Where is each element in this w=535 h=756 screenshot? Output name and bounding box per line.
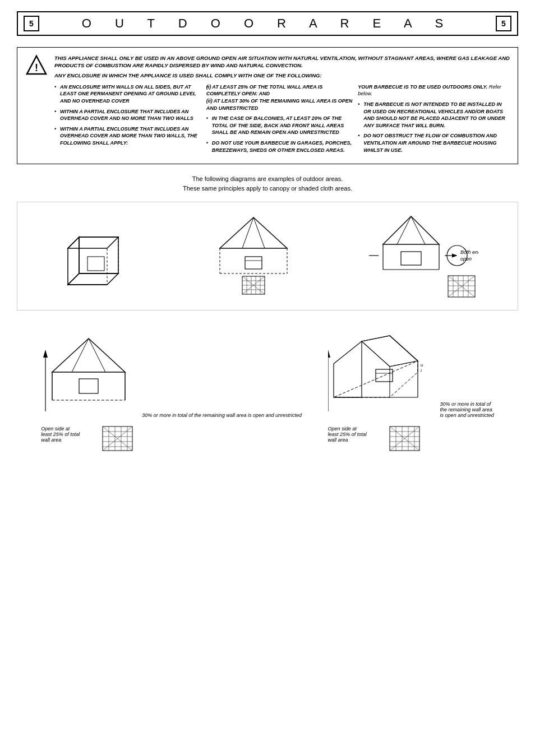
- svg-line-73: [362, 336, 390, 341]
- bullet-col2-item3: DO NOT USE YOUR BARBECUE IN GARAGES, POR…: [206, 140, 354, 154]
- compliance-text: ANY ENCLOSURE IN WHICH THE APPLIANCE IS …: [54, 72, 510, 79]
- svg-line-51: [72, 338, 89, 372]
- bullet-col1-item2: WITHIN A PARTIAL ENCLOSURE THAT INCLUDES…: [54, 108, 202, 122]
- page-number-left: 5: [24, 16, 39, 31]
- svg-text:Both ends: Both ends: [460, 249, 478, 255]
- diagram-intro-line1: The following diagrams are examples of o…: [192, 175, 343, 182]
- svg-marker-5: [68, 273, 118, 285]
- bullet-col3-item2: THE BARBECUE IS NOT INTENDED TO BE INSTA…: [358, 101, 505, 129]
- svg-rect-16: [245, 257, 262, 269]
- diagram-row-2: 30% or more in total of the remaining wa…: [17, 327, 518, 458]
- bullet-col-3: YOUR BARBECUE IS TO BE USED OUTDOORS ONL…: [358, 84, 510, 157]
- diagram-cell-3: Both ends open: [366, 214, 478, 299]
- svg-text:open: open: [460, 256, 472, 262]
- svg-rect-7: [87, 257, 104, 271]
- bullet-col-1: AN ENCLOSURE WITH WALLS ON ALL SIDES, BU…: [54, 84, 206, 157]
- svg-line-29: [397, 216, 411, 244]
- bullet-col3-item3: DO NOT OBSTRUCT THE FLOW OF COMBUSTION A…: [358, 132, 505, 154]
- row2-right-sub-caption: 30% or more in total ofthe remaining wal…: [440, 401, 494, 418]
- svg-rect-34: [401, 252, 421, 265]
- svg-marker-80: [328, 350, 330, 358]
- page-number-right: 5: [496, 16, 511, 31]
- svg-marker-58: [43, 350, 48, 358]
- header-title: O U T D O O R A R E A S: [39, 16, 496, 31]
- svg-marker-71: [334, 341, 362, 397]
- bullet-col1-item1: AN ENCLOSURE WITH WALLS ON ALL SIDES, BU…: [54, 84, 202, 105]
- diagram-cell-1: [57, 226, 141, 299]
- svg-text:u: u: [421, 363, 423, 368]
- svg-text:l: l: [421, 368, 422, 373]
- svg-line-74: [390, 336, 418, 361]
- svg-marker-3: [68, 237, 79, 285]
- svg-marker-6: [107, 237, 118, 285]
- svg-marker-50: [52, 338, 125, 372]
- bullet-columns: AN ENCLOSURE WITH WALLS ON ALL SIDES, BU…: [54, 84, 510, 157]
- svg-line-52: [89, 338, 105, 372]
- diagram-cell-row2-left: 30% or more in total of the remaining wa…: [41, 333, 302, 452]
- svg-marker-4: [68, 237, 118, 248]
- bullet-col-2: (i) AT LEAST 25% OF THE TOTAL WALL AREA …: [206, 84, 358, 157]
- col3-line1: YOUR BARBECUE IS TO BE USED OUTDOORS ONL…: [358, 84, 505, 98]
- diagram-cell-row2-right: u l 30% or more in total ofthe remaining…: [328, 333, 494, 452]
- row2-right-hatch: [389, 426, 420, 452]
- diagram-row-1: Both ends open: [17, 202, 518, 310]
- row2-left-main-caption: Open side atleast 25% of totalwall area: [41, 426, 80, 443]
- row2-left-sub-caption: 30% or more in total of the remaining wa…: [142, 412, 302, 418]
- svg-marker-70: [362, 336, 418, 367]
- warning-box: ! THIS APPLIANCE SHALL ONLY BE USED IN A…: [17, 47, 518, 164]
- svg-line-30: [411, 216, 425, 244]
- diagram-cell-2: [209, 215, 298, 299]
- warning-icon: !: [25, 54, 48, 77]
- bullet-col2-item1: (i) AT LEAST 25% OF THE TOTAL WALL AREA …: [206, 84, 354, 112]
- diagram-intro-line2: These same principles apply to canopy or…: [183, 185, 352, 192]
- svg-text:!: !: [35, 62, 38, 73]
- svg-rect-56: [79, 379, 98, 393]
- header: 5 O U T D O O R A R E A S 5: [17, 11, 518, 36]
- warning-main-text: THIS APPLIANCE SHALL ONLY BE USED IN AN …: [54, 54, 510, 69]
- page: 5 O U T D O O R A R E A S 5 ! THIS APPLI…: [0, 0, 535, 756]
- svg-marker-28: [383, 216, 439, 244]
- bullet-col1-item3: WITHIN A PARTIAL ENCLOSURE THAT INCLUDES…: [54, 126, 202, 147]
- row2-left-hatch: [102, 426, 133, 452]
- row2-right-main-caption: Open side atleast 25% of totalwall area: [328, 426, 367, 443]
- warning-text-content: THIS APPLIANCE SHALL ONLY BE USED IN AN …: [54, 54, 510, 157]
- diagram-intro: The following diagrams are examples of o…: [17, 174, 518, 193]
- svg-marker-10: [220, 217, 287, 248]
- bullet-col2-item2: IN THE CASE OF BALCONIES, AT LEAST 20% O…: [206, 115, 354, 136]
